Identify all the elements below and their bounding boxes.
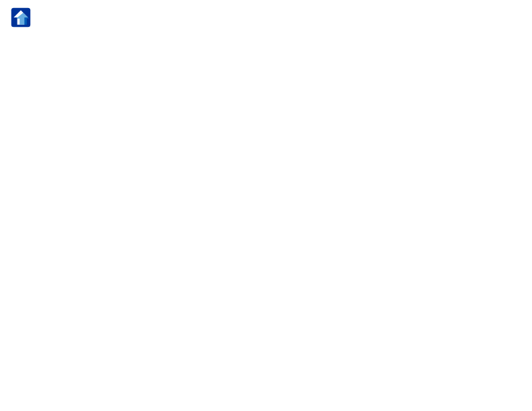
logo <box>10 7 34 28</box>
logo-icon <box>10 7 32 28</box>
page-header <box>10 7 522 28</box>
